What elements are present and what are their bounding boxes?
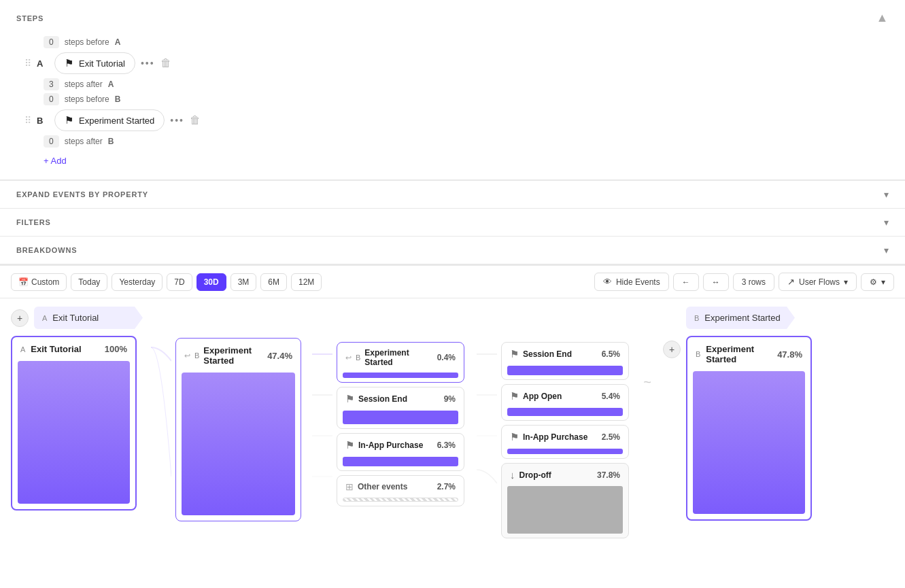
card-pct-d2: 5.4% bbox=[602, 392, 620, 401]
card-step-b1: B bbox=[194, 351, 199, 360]
6m-btn[interactable]: 6M bbox=[260, 273, 287, 291]
card-pct-c2: 9% bbox=[444, 394, 456, 404]
connector-2 bbox=[308, 341, 337, 517]
settings-chevron: ▾ bbox=[881, 277, 885, 287]
card-name-c3: In-App Purchase bbox=[358, 440, 433, 450]
step-a-more[interactable]: ••• bbox=[141, 58, 155, 69]
custom-btn[interactable]: 📅 Custom bbox=[11, 273, 67, 291]
card-col4-4-header: ↓ Drop-off 37.8% bbox=[502, 464, 628, 486]
card-pct-c4: 2.7% bbox=[437, 482, 456, 491]
card-col4-1: ⚑ Session End 6.5% bbox=[501, 342, 629, 380]
add-step-button[interactable]: + Add bbox=[44, 153, 67, 169]
arrow-icon-c1: ↩ bbox=[345, 353, 352, 362]
card-col4-1-header: ⚑ Session End 6.5% bbox=[502, 343, 628, 366]
card-pct-c3: 6.3% bbox=[437, 440, 456, 450]
col1-step-name: Exit Tutorial bbox=[52, 313, 99, 323]
hide-events-btn[interactable]: 👁 Hide Events bbox=[594, 273, 669, 291]
card-step-right: B bbox=[696, 350, 700, 358]
card-pct-right: 47.8% bbox=[777, 349, 802, 360]
card-pct-c1: 0.4% bbox=[437, 353, 456, 362]
card-bar-right bbox=[693, 371, 805, 514]
12m-btn[interactable]: 12M bbox=[291, 273, 322, 291]
step-b-delete[interactable]: 🗑 bbox=[190, 114, 201, 126]
before-label-b: steps before bbox=[65, 94, 109, 104]
filters-label: FILTERS bbox=[16, 218, 51, 226]
add-step-btn-2[interactable]: + bbox=[663, 341, 681, 358]
bar-c4 bbox=[343, 498, 458, 502]
step-a-row: ⠿ A ⚑ Exit Tutorial ••• 🗑 bbox=[24, 52, 889, 74]
step-a-delete[interactable]: 🗑 bbox=[160, 57, 171, 69]
card-step-a: A bbox=[20, 345, 25, 353]
after-count-b: 0 bbox=[44, 135, 59, 148]
flow-lines-1 bbox=[151, 341, 171, 517]
card-col3-1: ↩ B Experiment Started 0.4% bbox=[337, 342, 464, 383]
add-before-btn[interactable]: + bbox=[11, 309, 29, 327]
rows-btn[interactable]: 3 rows bbox=[733, 273, 774, 291]
purchase-icon-1: ⚑ bbox=[345, 439, 354, 451]
arrow-expand-btn[interactable]: ↔ bbox=[703, 273, 729, 291]
card-col4-4: ↓ Drop-off 37.8% bbox=[501, 463, 629, 538]
before-label-a: steps before bbox=[65, 37, 109, 47]
funnel-col-2: ↩ B Experiment Started 47.4% bbox=[175, 307, 308, 525]
other-events-icon-1: ⊞ bbox=[345, 481, 354, 492]
add-step-col: + bbox=[658, 341, 686, 358]
card-name-c4: Other events bbox=[358, 482, 433, 491]
steps-panel: STEPS ▲ 0 steps before A ⠿ A ⚑ Exit Tuto… bbox=[0, 0, 905, 180]
breakdowns-section[interactable]: BREAKDOWNS ▾ bbox=[0, 236, 905, 264]
hide-events-label: Hide Events bbox=[616, 277, 660, 287]
card-col3-3-header: ⚑ In-App Purchase 6.3% bbox=[337, 434, 464, 457]
col5-header: B Experiment Started bbox=[686, 307, 819, 329]
settings-btn[interactable]: ⚙ ▾ bbox=[861, 273, 894, 291]
card-pct-d1: 6.5% bbox=[602, 349, 620, 359]
step-b-row: ⠿ B ⚑ Experiment Started ••• 🗑 bbox=[24, 109, 889, 131]
bar-c3 bbox=[343, 457, 458, 466]
toolbar: 📅 Custom Today Yesterday 7D 30D 3M 6M 12… bbox=[0, 266, 905, 298]
card-col3-4-header: ⊞ Other events 2.7% bbox=[337, 476, 464, 498]
card-col3-2: ⚑ Session End 9% bbox=[337, 387, 464, 429]
step-a-before: 0 steps before A bbox=[44, 36, 889, 48]
card-name-a: Exit Tutorial bbox=[31, 344, 99, 354]
bar-d1 bbox=[507, 366, 623, 375]
bar-c2 bbox=[343, 411, 458, 424]
gear-icon: ⚙ bbox=[870, 277, 877, 287]
step-a-pill[interactable]: ⚑ Exit Tutorial bbox=[54, 52, 135, 74]
card-pct-d3: 2.5% bbox=[602, 432, 620, 442]
7d-btn[interactable]: 7D bbox=[167, 273, 192, 291]
after-ref-a: A bbox=[108, 80, 114, 89]
app-open-icon: ⚑ bbox=[510, 390, 519, 402]
after-ref-b: B bbox=[108, 137, 114, 146]
arrow-left-btn[interactable]: ← bbox=[673, 273, 699, 291]
collapse-icon[interactable]: ▲ bbox=[876, 11, 889, 25]
step-b-pill[interactable]: ⚑ Experiment Started bbox=[54, 109, 165, 131]
card-col4-2-header: ⚑ App Open 5.4% bbox=[502, 385, 628, 408]
card-col3-2-header: ⚑ Session End 9% bbox=[337, 387, 464, 411]
session-end-icon-1: ⚑ bbox=[345, 393, 354, 405]
card-name-d4: Drop-off bbox=[519, 470, 593, 480]
arrow-icon-b1: ↩ bbox=[184, 351, 190, 360]
expand-events-section[interactable]: EXPAND EVENTS BY PROPERTY ▾ bbox=[0, 180, 905, 208]
drag-handle-b[interactable]: ⠿ bbox=[24, 115, 31, 126]
card-header-right: B Experiment Started 47.8% bbox=[687, 337, 810, 371]
after-label-a: steps after bbox=[65, 80, 103, 89]
user-flows-btn[interactable]: ↗ User Flows ▾ bbox=[779, 273, 857, 291]
drag-handle-a[interactable]: ⠿ bbox=[24, 58, 31, 69]
session-end-icon-2: ⚑ bbox=[510, 348, 519, 360]
before-ref-b: B bbox=[115, 94, 121, 104]
dropoff-icon: ↓ bbox=[510, 469, 515, 481]
today-btn[interactable]: Today bbox=[71, 273, 107, 291]
card-pct-b1: 47.4% bbox=[267, 351, 292, 361]
yesterday-btn[interactable]: Yesterday bbox=[112, 273, 163, 291]
step-b-more[interactable]: ••• bbox=[170, 115, 184, 126]
col5-step-letter: B bbox=[694, 314, 699, 322]
3m-btn[interactable]: 3M bbox=[230, 273, 257, 291]
funnel-col-4: ⚑ Session End 6.5% ⚑ App Open 5.4% ⚑ bbox=[501, 307, 637, 538]
card-name-c1: Experiment Started bbox=[364, 348, 432, 367]
exit-tutorial-card: A Exit Tutorial 100% bbox=[11, 336, 137, 511]
30d-btn[interactable]: 30D bbox=[197, 273, 226, 291]
bar-d4 bbox=[507, 486, 623, 534]
card-header-b1: ↩ B Experiment Started 47.4% bbox=[176, 339, 301, 373]
step-b-name: Experiment Started bbox=[79, 116, 154, 126]
bar-d2 bbox=[507, 408, 623, 416]
filters-section[interactable]: FILTERS ▾ bbox=[0, 208, 905, 236]
bottom-panel: 📅 Custom Today Yesterday 7D 30D 3M 6M 12… bbox=[0, 264, 905, 547]
